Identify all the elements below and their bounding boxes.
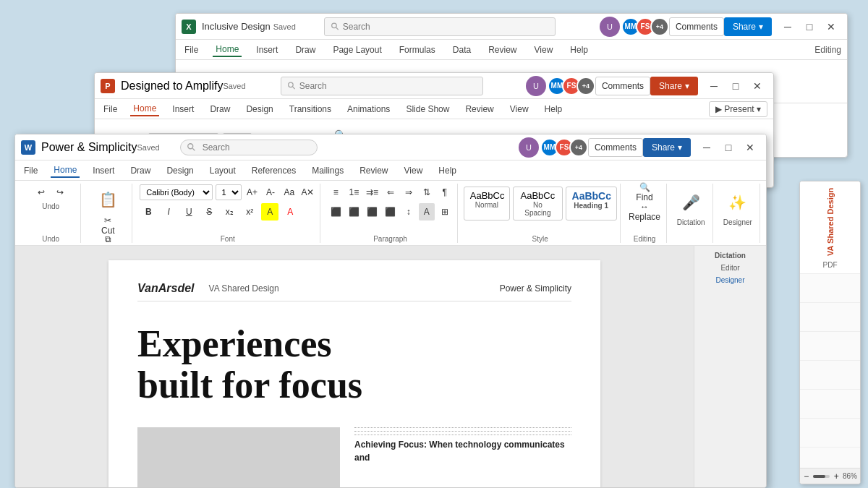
ppt-tab-help[interactable]: Help — [542, 103, 566, 116]
excel-tab-help[interactable]: Help — [567, 43, 591, 56]
word-tab-insert[interactable]: Insert — [90, 164, 117, 177]
ppt-share-button[interactable]: Share ▾ — [650, 77, 698, 95]
word-style-no-spacing[interactable]: AaBbCc No Spacing — [513, 187, 562, 221]
ppt-close-button[interactable]: ✕ — [747, 76, 767, 96]
word-tab-draw[interactable]: Draw — [127, 164, 153, 177]
word-maximize-button[interactable]: □ — [718, 137, 739, 158]
excel-tab-view[interactable]: View — [532, 43, 556, 56]
word-fontsize-selector[interactable]: 11 — [216, 184, 242, 200]
excel-tab-insert[interactable]: Insert — [253, 43, 281, 56]
zoom-out-button[interactable]: − — [803, 471, 810, 482]
excel-search-icon — [331, 22, 340, 32]
word-style-heading1[interactable]: AaBbCc Heading 1 — [566, 187, 617, 221]
word-increase-font-button[interactable]: A+ — [244, 184, 260, 201]
word-paste-button[interactable]: 📋 — [96, 184, 119, 215]
word-tab-view[interactable]: View — [401, 164, 426, 177]
excel-tab-pagelayout[interactable]: Page Layout — [330, 43, 384, 56]
ppt-tab-design[interactable]: Design — [243, 103, 276, 116]
excel-maximize-button[interactable]: □ — [799, 17, 820, 37]
excel-search-input[interactable] — [343, 22, 549, 32]
ppt-search-box[interactable] — [281, 77, 483, 95]
excel-tab-data[interactable]: Data — [450, 43, 474, 56]
word-highlight-button[interactable]: A — [261, 203, 278, 221]
word-right-panel: Dictation Editor Designer — [694, 246, 766, 487]
word-show-marks-button[interactable]: ¶ — [437, 184, 453, 201]
zoom-in-button[interactable]: + — [833, 471, 840, 482]
word-align-right-button[interactable]: ⬛ — [364, 203, 380, 221]
ppt-tab-transitions[interactable]: Transitions — [286, 103, 334, 116]
ppt-tab-slideshow[interactable]: Slide Show — [403, 103, 452, 116]
excel-user-profile: U — [600, 17, 620, 37]
word-bold-button[interactable]: B — [140, 203, 157, 221]
word-tab-review[interactable]: Review — [357, 164, 391, 177]
excel-comments-button[interactable]: Comments — [669, 17, 724, 36]
ppt-comments-button[interactable]: Comments — [595, 77, 650, 95]
ppt-tab-home[interactable]: Home — [130, 102, 159, 116]
ppt-maximize-button[interactable]: □ — [726, 76, 746, 96]
excel-search-box[interactable] — [324, 17, 556, 36]
excel-tab-review[interactable]: Review — [485, 43, 519, 56]
ppt-app-icon: P — [101, 79, 115, 93]
word-tab-design[interactable]: Design — [163, 164, 196, 177]
word-decrease-indent-button[interactable]: ⇐ — [383, 184, 399, 201]
excel-tab-file[interactable]: File — [182, 43, 201, 56]
ppt-tab-review[interactable]: Review — [462, 103, 496, 116]
word-style-normal[interactable]: AaBbCc Normal — [464, 187, 510, 221]
word-decrease-font-button[interactable]: A- — [263, 184, 278, 201]
ppt-tab-animations[interactable]: Animations — [344, 103, 393, 116]
word-align-center-button[interactable]: ⬛ — [346, 203, 362, 221]
word-numbering-button[interactable]: 1≡ — [346, 184, 362, 201]
word-borders-button[interactable]: ⊞ — [437, 203, 453, 221]
word-change-case-button[interactable]: Aa — [281, 184, 297, 201]
ppt-present-button[interactable]: ▶ Present ▾ — [709, 101, 767, 117]
word-shading-button[interactable]: A — [419, 203, 435, 221]
word-justify-button[interactable]: ⬛ — [383, 203, 399, 221]
word-multilevel-button[interactable]: ⇉≡ — [364, 184, 380, 201]
word-redo-button[interactable]: ↪ — [51, 184, 69, 201]
word-strikethrough-button[interactable]: S — [200, 203, 218, 221]
excel-close-button[interactable]: ✕ — [821, 17, 841, 37]
word-tab-references[interactable]: References — [249, 164, 299, 177]
ppt-search-input[interactable] — [299, 81, 477, 91]
word-cut-button[interactable]: ✂ Cut — [99, 217, 116, 234]
excel-tab-formulas[interactable]: Formulas — [396, 43, 438, 56]
word-sort-button[interactable]: ⇅ — [419, 184, 435, 201]
ppt-tab-file[interactable]: File — [101, 103, 120, 116]
word-minimize-button[interactable]: ─ — [697, 137, 717, 158]
word-italic-button[interactable]: I — [160, 203, 177, 221]
ppt-tab-insert[interactable]: Insert — [169, 103, 197, 116]
excel-share-button[interactable]: Share ▾ — [724, 17, 772, 36]
word-tab-home[interactable]: Home — [51, 163, 80, 178]
excel-tab-home[interactable]: Home — [213, 43, 242, 57]
word-close-button[interactable]: ✕ — [740, 137, 760, 158]
word-replace-button[interactable]: ↔ Replace — [636, 203, 653, 221]
excel-minimize-button[interactable]: ─ — [778, 17, 798, 37]
word-share-button[interactable]: Share ▾ — [643, 138, 691, 157]
word-designer-button[interactable]: ✨ — [726, 187, 749, 218]
ppt-tab-view[interactable]: View — [507, 103, 532, 116]
word-dictate-button[interactable]: 🎤 — [679, 187, 702, 218]
word-fontcolor-button[interactable]: A — [281, 203, 299, 221]
word-superscript-button[interactable]: x² — [241, 203, 258, 221]
word-comments-button[interactable]: Comments — [588, 138, 643, 157]
word-align-left-button[interactable]: ⬛ — [328, 203, 344, 221]
word-subscript-button[interactable]: x₂ — [221, 203, 238, 221]
word-titlebar: W Power & Simplicity Saved U MM FS +4 Co… — [15, 134, 766, 160]
word-clear-format-button[interactable]: A✕ — [300, 184, 316, 201]
word-tab-file[interactable]: File — [21, 164, 41, 177]
word-tab-help[interactable]: Help — [435, 164, 459, 177]
word-tab-mailings[interactable]: Mailings — [309, 164, 346, 177]
ppt-minimize-button[interactable]: ─ — [704, 76, 724, 96]
word-search-box[interactable] — [180, 140, 318, 155]
word-undo-button[interactable]: ↩ — [33, 184, 50, 201]
word-increase-indent-button[interactable]: ⇒ — [401, 184, 417, 201]
excel-tab-draw[interactable]: Draw — [292, 43, 318, 56]
word-search-input[interactable] — [203, 142, 311, 153]
ppt-tab-draw[interactable]: Draw — [207, 103, 233, 116]
word-tab-layout[interactable]: Layout — [207, 164, 239, 177]
word-bullets-button[interactable]: ≡ — [328, 184, 344, 201]
word-find-replace-button[interactable]: 🔍 Find — [636, 184, 653, 201]
word-underline-button[interactable]: U — [180, 203, 197, 221]
word-line-spacing-button[interactable]: ↕ — [401, 203, 417, 221]
word-font-selector[interactable]: Calibri (Body) — [140, 184, 212, 200]
